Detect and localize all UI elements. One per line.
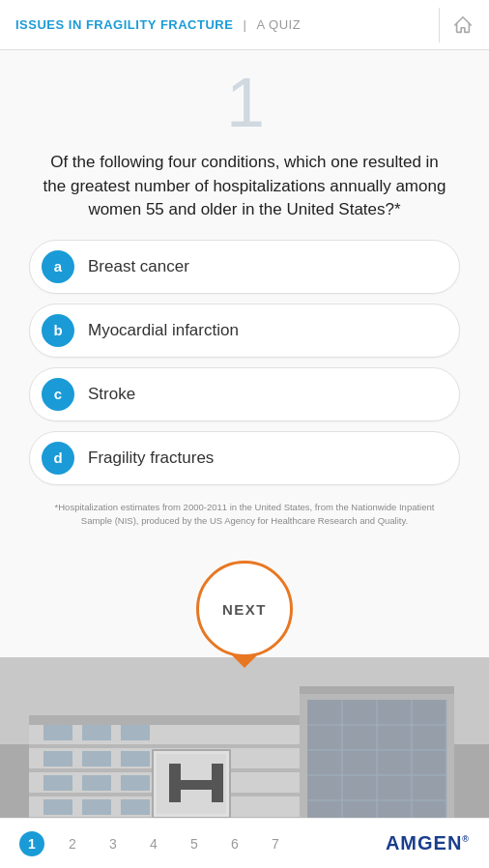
svg-rect-11 bbox=[43, 751, 72, 767]
svg-rect-18 bbox=[82, 799, 111, 815]
page-6[interactable]: 6 bbox=[222, 831, 247, 856]
svg-rect-3 bbox=[29, 715, 300, 725]
option-a[interactable]: a Breast cancer bbox=[29, 240, 460, 294]
question-number: 1 bbox=[29, 50, 460, 141]
main-wrapper: 1 Of the following four conditions, whic… bbox=[0, 50, 489, 868]
svg-rect-15 bbox=[82, 775, 111, 791]
svg-rect-12 bbox=[82, 751, 111, 767]
option-d-text: Fragility fractures bbox=[88, 448, 214, 468]
option-c-text: Stroke bbox=[88, 385, 135, 404]
pagination: 1 2 3 4 5 6 7 AMGEN® bbox=[0, 818, 489, 868]
option-b-letter: b bbox=[42, 314, 74, 347]
page-4[interactable]: 4 bbox=[141, 831, 166, 856]
next-button[interactable]: NEXT bbox=[196, 561, 293, 657]
content-area: 1 Of the following four conditions, whic… bbox=[0, 50, 489, 547]
page-2[interactable]: 2 bbox=[60, 831, 85, 856]
option-a-letter: a bbox=[42, 250, 74, 283]
svg-rect-8 bbox=[43, 725, 72, 740]
svg-rect-10 bbox=[121, 725, 150, 740]
options-list: a Breast cancer b Myocardial infarction … bbox=[29, 240, 460, 485]
page-1[interactable]: 1 bbox=[19, 831, 44, 856]
header-subtitle: A QUIZ bbox=[257, 17, 302, 32]
page-5[interactable]: 5 bbox=[182, 831, 207, 856]
svg-rect-24 bbox=[169, 780, 223, 790]
header-title-main: ISSUES IN FRAGILITY FRACTURE bbox=[15, 17, 233, 32]
page-3[interactable]: 3 bbox=[101, 831, 126, 856]
option-c[interactable]: c Stroke bbox=[29, 367, 460, 421]
question-text: Of the following four conditions, which … bbox=[29, 141, 460, 240]
svg-rect-19 bbox=[121, 799, 150, 815]
page-7[interactable]: 7 bbox=[263, 831, 288, 856]
option-c-letter: c bbox=[42, 378, 74, 411]
home-button[interactable] bbox=[439, 8, 474, 43]
option-b-text: Myocardial infarction bbox=[88, 321, 239, 340]
header: ISSUES IN FRAGILITY FRACTURE | A QUIZ bbox=[0, 0, 489, 50]
svg-rect-13 bbox=[121, 751, 150, 767]
page-numbers: 1 2 3 4 5 6 7 bbox=[19, 831, 288, 856]
home-icon bbox=[452, 14, 474, 36]
option-a-text: Breast cancer bbox=[88, 257, 189, 276]
svg-rect-16 bbox=[121, 775, 150, 791]
amgen-logo: AMGEN® bbox=[386, 832, 470, 854]
svg-rect-17 bbox=[43, 799, 72, 815]
option-d[interactable]: d Fragility fractures bbox=[29, 431, 460, 485]
svg-rect-9 bbox=[82, 725, 111, 740]
option-d-letter: d bbox=[42, 442, 74, 475]
footnote: *Hospitalization estimates from 2000-201… bbox=[29, 499, 460, 538]
next-area: NEXT bbox=[0, 547, 489, 657]
svg-rect-26 bbox=[300, 686, 454, 694]
svg-rect-14 bbox=[43, 775, 72, 791]
option-b[interactable]: b Myocardial infarction bbox=[29, 304, 460, 358]
svg-rect-4 bbox=[29, 744, 300, 748]
header-title: ISSUES IN FRAGILITY FRACTURE | A QUIZ bbox=[15, 17, 301, 32]
header-pipe: | bbox=[239, 17, 250, 32]
